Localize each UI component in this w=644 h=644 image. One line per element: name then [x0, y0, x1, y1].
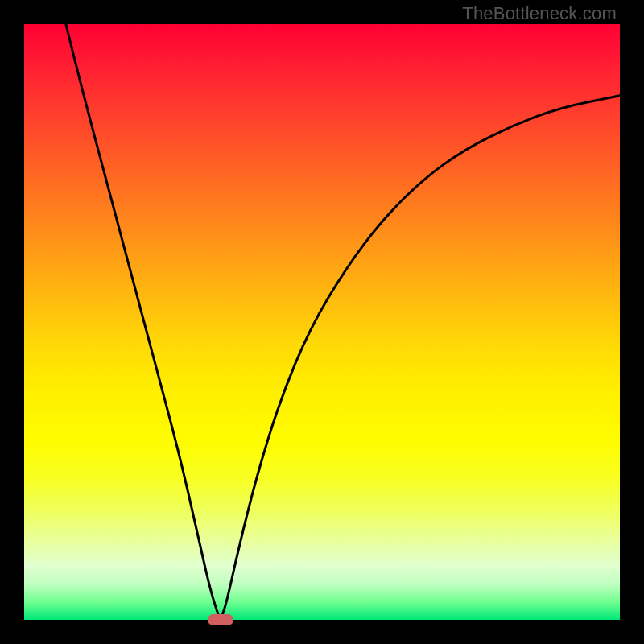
plot-area — [24, 24, 620, 620]
curve-svg — [24, 24, 620, 620]
watermark-text: TheBottleneck.com — [462, 3, 617, 24]
bottleneck-curve — [66, 24, 620, 617]
minimum-marker — [208, 614, 233, 625]
chart-frame: TheBottleneck.com — [0, 0, 644, 644]
